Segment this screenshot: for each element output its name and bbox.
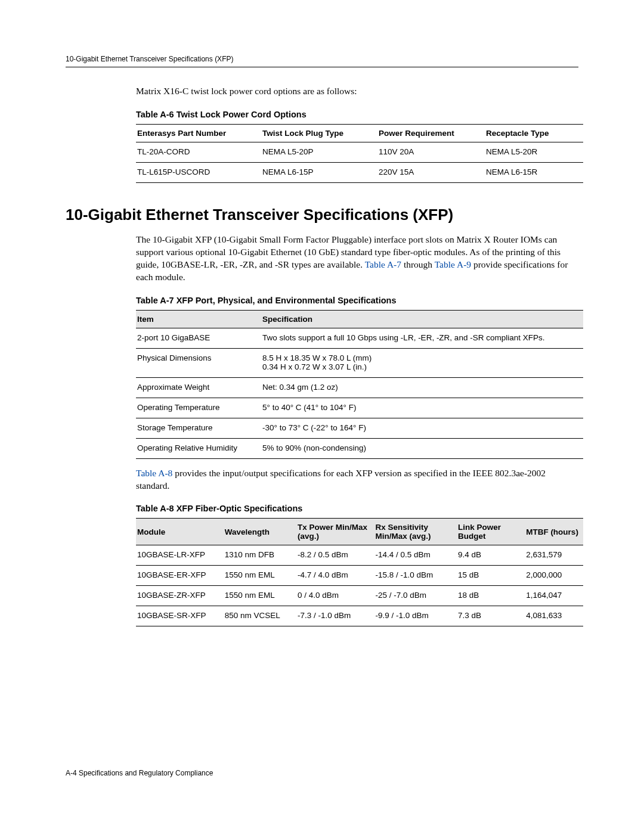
cell: 2-port 10 GigaBASE	[136, 328, 261, 348]
text: provides the input/output specifications…	[136, 468, 546, 491]
table-row: 10GBASE-SR-XFP 850 nm VCSEL -7.3 / -1.0 …	[136, 606, 583, 626]
cell: 1,164,047	[525, 586, 583, 606]
table-header: Receptacle Type	[485, 124, 583, 142]
running-header: 10-Gigabit Ethernet Transceiver Specific…	[66, 55, 578, 67]
table-header: Twist Lock Plug Type	[261, 124, 377, 142]
cell: 10GBASE-SR-XFP	[136, 606, 224, 626]
table-a7-caption: Table A-7 XFP Port, Physical, and Enviro…	[136, 296, 578, 305]
cell: NEMA L6-15P	[261, 162, 377, 182]
section-heading: 10-Gigabit Ethernet Transceiver Specific…	[66, 206, 578, 224]
cell: 2,631,579	[525, 545, 583, 566]
cell: -4.7 / 4.0 dBm	[296, 566, 374, 586]
table-header: Enterasys Part Number	[136, 124, 261, 142]
cell: TL-L615P-USCORD	[136, 162, 261, 182]
cell: 5% to 90% (non-condensing)	[261, 438, 583, 458]
cell: 10GBASE-ER-XFP	[136, 566, 224, 586]
cell: 850 nm VCSEL	[224, 606, 296, 626]
table-row: 10GBASE-ZR-XFP 1550 nm EML 0 / 4.0 dBm -…	[136, 586, 583, 606]
cell: -25 / -7.0 dBm	[374, 586, 457, 606]
text: through	[401, 259, 435, 269]
cell: Storage Temperature	[136, 418, 261, 438]
cell: NEMA L5-20R	[485, 142, 583, 162]
table-header: Wavelength	[224, 519, 296, 545]
cell: 10GBASE-ZR-XFP	[136, 586, 224, 606]
cell: -15.8 / -1.0 dBm	[374, 566, 457, 586]
table-a7: Item Specification 2-port 10 GigaBASE Tw…	[136, 310, 583, 459]
table-a6: Enterasys Part Number Twist Lock Plug Ty…	[136, 124, 583, 183]
cell: 15 dB	[457, 566, 525, 586]
cell: 1550 nm EML	[224, 586, 296, 606]
cell: NEMA L6-15R	[485, 162, 583, 182]
cell: Approximate Weight	[136, 377, 261, 398]
cell: Operating Temperature	[136, 398, 261, 418]
table-row: Physical Dimensions 8.5 H x 18.35 W x 78…	[136, 348, 583, 377]
table-row: Operating Relative Humidity 5% to 90% (n…	[136, 438, 583, 458]
table-row: 10GBASE-LR-XFP 1310 nm DFB -8.2 / 0.5 dB…	[136, 545, 583, 566]
cell: TL-20A-CORD	[136, 142, 261, 162]
page-footer: A-4 Specifications and Regulatory Compli…	[66, 769, 213, 777]
cell: 0 / 4.0 dBm	[296, 586, 374, 606]
table-header: Item	[136, 310, 261, 328]
link-table-a8[interactable]: Table A-8	[136, 468, 172, 478]
table-header: Rx Sensitivity Min/Max (avg.)	[374, 519, 457, 545]
link-table-a9[interactable]: Table A-9	[435, 259, 471, 269]
intro-line: Matrix X16-C twist lock power cord optio…	[136, 85, 578, 98]
cell: -30° to 73° C (-22° to 164° F)	[261, 418, 583, 438]
table-row: TL-20A-CORD NEMA L5-20P 110V 20A NEMA L5…	[136, 142, 583, 162]
cell: 220V 15A	[377, 162, 485, 182]
table-header: Module	[136, 519, 224, 545]
table-row: 2-port 10 GigaBASE Two slots support a f…	[136, 328, 583, 348]
cell: 8.5 H x 18.35 W x 78.0 L (mm) 0.34 H x 0…	[261, 348, 583, 377]
cell: 18 dB	[457, 586, 525, 606]
table-a8-caption: Table A-8 XFP Fiber-Optic Specifications	[136, 504, 578, 513]
table-row: 10GBASE-ER-XFP 1550 nm EML -4.7 / 4.0 dB…	[136, 566, 583, 586]
paragraph: Table A-8 provides the input/output spec…	[136, 467, 578, 492]
cell: 7.3 dB	[457, 606, 525, 626]
cell: 1550 nm EML	[224, 566, 296, 586]
table-a8: Module Wavelength Tx Power Min/Max (avg.…	[136, 518, 583, 626]
cell: Net: 0.34 gm (1.2 oz)	[261, 377, 583, 398]
table-row: Approximate Weight Net: 0.34 gm (1.2 oz)	[136, 377, 583, 398]
cell: Operating Relative Humidity	[136, 438, 261, 458]
table-header: Link Power Budget	[457, 519, 525, 545]
table-header: MTBF (hours)	[525, 519, 583, 545]
paragraph: The 10-Gigabit XFP (10-Gigabit Small For…	[136, 234, 578, 284]
cell: 4,081,633	[525, 606, 583, 626]
link-table-a7[interactable]: Table A-7	[365, 259, 401, 269]
cell: 10GBASE-LR-XFP	[136, 545, 224, 566]
table-header: Tx Power Min/Max (avg.)	[296, 519, 374, 545]
cell: -7.3 / -1.0 dBm	[296, 606, 374, 626]
table-row: TL-L615P-USCORD NEMA L6-15P 220V 15A NEM…	[136, 162, 583, 182]
cell: -8.2 / 0.5 dBm	[296, 545, 374, 566]
cell: Physical Dimensions	[136, 348, 261, 377]
cell: NEMA L5-20P	[261, 142, 377, 162]
cell: -9.9 / -1.0 dBm	[374, 606, 457, 626]
cell: 1310 nm DFB	[224, 545, 296, 566]
table-row: Operating Temperature 5° to 40° C (41° t…	[136, 398, 583, 418]
table-row: Storage Temperature -30° to 73° C (-22° …	[136, 418, 583, 438]
cell: 2,000,000	[525, 566, 583, 586]
cell: 9.4 dB	[457, 545, 525, 566]
cell: 5° to 40° C (41° to 104° F)	[261, 398, 583, 418]
table-a6-caption: Table A-6 Twist Lock Power Cord Options	[136, 110, 578, 119]
table-header: Power Requirement	[377, 124, 485, 142]
cell: 110V 20A	[377, 142, 485, 162]
cell: Two slots support a full 10 Gbps using -…	[261, 328, 583, 348]
table-header: Specification	[261, 310, 583, 328]
cell: -14.4 / 0.5 dBm	[374, 545, 457, 566]
